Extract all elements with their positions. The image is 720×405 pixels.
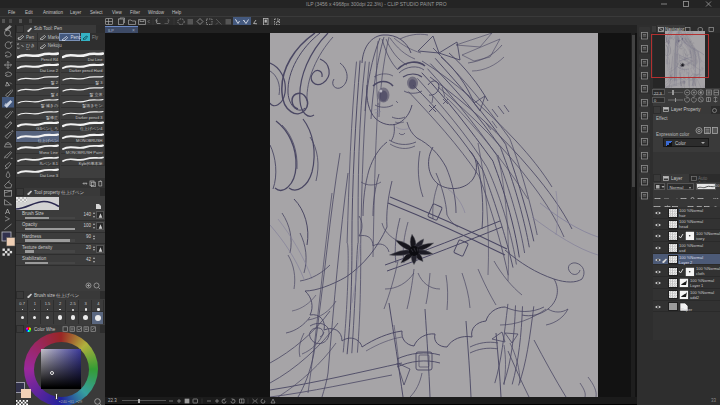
svg-text:A: A (5, 207, 10, 216)
